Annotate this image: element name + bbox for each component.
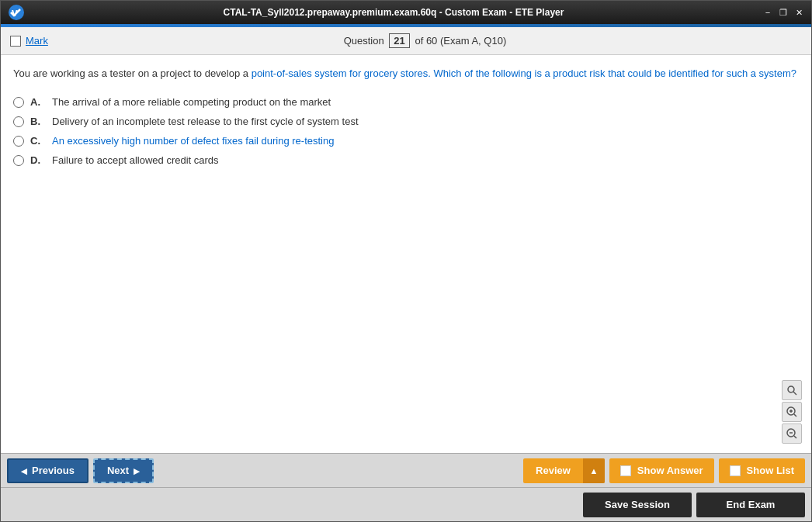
show-answer-icon <box>620 465 631 476</box>
bottom-nav: Previous Next Review ▲ Show Answer Show … <box>1 453 811 487</box>
svg-line-7 <box>794 414 796 417</box>
options-list: A. The arrival of a more reliable compet… <box>13 96 799 166</box>
mark-area: Mark <box>10 35 48 47</box>
end-exam-button[interactable]: End Exam <box>696 493 805 517</box>
option-a-label: A. <box>30 96 46 108</box>
restore-button[interactable]: ❐ <box>777 6 789 19</box>
next-label: Next <box>107 465 129 476</box>
question-text-highlight: point-of-sales system for grocery stores… <box>252 67 796 79</box>
show-list-label: Show List <box>747 465 794 476</box>
svg-line-10 <box>794 436 796 438</box>
zoom-in-button[interactable] <box>782 402 802 422</box>
prev-arrow-icon <box>21 465 27 476</box>
app-logo: v <box>7 3 26 22</box>
main-content: You are working as a tester on a project… <box>1 55 811 453</box>
search-icon <box>786 385 797 396</box>
bottom-action: Save Session End Exam <box>1 487 811 521</box>
previous-button[interactable]: Previous <box>7 458 88 483</box>
option-d-radio[interactable] <box>13 155 24 166</box>
show-list-button[interactable]: Show List <box>719 458 805 483</box>
close-button[interactable]: ✕ <box>793 6 805 19</box>
window-title: CTAL-TA_Syll2012.prepaway.premium.exam.6… <box>26 7 762 18</box>
option-b-text: Delivery of an incomplete test release t… <box>52 116 359 127</box>
window-controls: − ❐ ✕ <box>762 6 805 19</box>
title-bar-left: v <box>7 3 26 22</box>
option-a[interactable]: A. The arrival of a more reliable compet… <box>13 96 799 108</box>
previous-label: Previous <box>32 465 75 476</box>
show-list-icon <box>730 465 741 476</box>
svg-point-2 <box>788 386 794 392</box>
question-text: You are working as a tester on a project… <box>13 66 799 82</box>
toolbar: Mark Question 21 of 60 (Exam A, Q10) <box>1 27 811 55</box>
option-c-label: C. <box>30 135 46 147</box>
review-button[interactable]: Review ▲ <box>523 458 605 483</box>
option-c-text: An excessively high number of defect fix… <box>52 135 334 147</box>
option-d[interactable]: D. Failure to accept allowed credit card… <box>13 154 799 166</box>
minimize-button[interactable]: − <box>762 6 774 19</box>
question-of-text: of 60 (Exam A, Q10) <box>415 35 506 47</box>
option-b[interactable]: B. Delivery of an incomplete test releas… <box>13 116 799 127</box>
question-label: Question <box>344 35 384 47</box>
app-window: v CTAL-TA_Syll2012.prepaway.premium.exam… <box>0 0 812 522</box>
review-arrow-icon: ▲ <box>583 458 605 483</box>
next-arrow-icon <box>134 465 140 476</box>
mark-label[interactable]: Mark <box>26 35 48 47</box>
search-zoom-button[interactable] <box>782 380 802 400</box>
question-info: Question 21 of 60 (Exam A, Q10) <box>48 33 802 48</box>
zoom-controls <box>782 380 802 444</box>
svg-line-3 <box>793 392 796 395</box>
show-answer-button[interactable]: Show Answer <box>609 458 714 483</box>
option-a-radio[interactable] <box>13 97 24 108</box>
question-number: 21 <box>389 33 409 48</box>
option-b-radio[interactable] <box>13 116 24 127</box>
next-button[interactable]: Next <box>93 458 154 483</box>
save-session-button[interactable]: Save Session <box>583 493 692 517</box>
title-bar: v CTAL-TA_Syll2012.prepaway.premium.exam… <box>1 1 811 24</box>
zoom-in-icon <box>786 406 798 418</box>
option-d-label: D. <box>30 154 46 166</box>
mark-checkbox[interactable] <box>10 36 21 47</box>
option-c[interactable]: C. An excessively high number of defect … <box>13 135 799 147</box>
option-b-label: B. <box>30 116 46 127</box>
show-answer-label: Show Answer <box>637 465 703 476</box>
option-c-radio[interactable] <box>13 136 24 147</box>
zoom-out-button[interactable] <box>782 423 802 444</box>
zoom-out-icon <box>786 427 798 440</box>
question-text-plain: You are working as a tester on a project… <box>13 67 252 79</box>
option-d-text: Failure to accept allowed credit cards <box>52 154 219 166</box>
option-a-text: The arrival of a more reliable competing… <box>52 96 331 108</box>
review-label: Review <box>523 465 583 476</box>
